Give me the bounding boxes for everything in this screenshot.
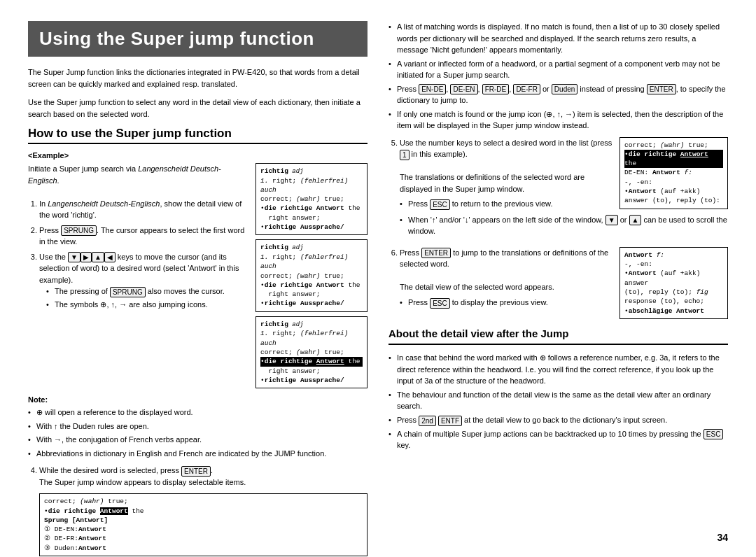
note-bullet-2: With ↑ the Duden rules are open. <box>28 421 368 432</box>
de-en-key: DE-EN <box>450 84 477 94</box>
fr-de-key: FR-DE <box>482 84 510 94</box>
note-bullet-3: With →, the conjugation of French verbs … <box>28 434 368 446</box>
about-heading: About the detail view after the Jump <box>388 326 728 346</box>
step-1: In Langenscheidt Deutsch-Englisch, show … <box>39 198 248 221</box>
up-key: ▲ <box>92 252 104 262</box>
example-intro: Initiate a Super jump search via Langens… <box>28 163 248 186</box>
enter-key: ENTER <box>181 466 211 477</box>
page-container: Using the Super jump function The Super … <box>28 21 728 557</box>
left-column: Using the Super jump function The Super … <box>28 21 368 557</box>
num1-key: 1 <box>400 150 410 160</box>
intro-text-2: Use the Super jump function to select an… <box>28 97 368 120</box>
page-number-container: 34 <box>717 532 728 543</box>
step5-highlight: •die richtige Antwort the <box>624 150 723 169</box>
example-screens: richtig adj 1. right; (fehlerfrei) auch … <box>255 163 368 388</box>
step5-section: correct; (wahr) true; •die richtige Antw… <box>388 137 728 241</box>
step4-section: While the desired word is selected, pres… <box>28 465 368 556</box>
top-bullets: A list of matching words is displayed. I… <box>388 21 728 132</box>
about-bullet-2: The behaviour and function of the detail… <box>388 389 728 412</box>
step4-list: While the desired word is selected, pres… <box>28 465 368 488</box>
enter-key3: ENTER <box>421 248 451 258</box>
step6-block: Antwort f: -, -en: •Antwort (auf +akk) a… <box>388 247 728 319</box>
top-bullet-2: A variant or inflected form of a headwor… <box>388 58 728 81</box>
example-label: <Example> <box>28 151 368 160</box>
step-4: While the desired word is selected, pres… <box>39 465 368 488</box>
de-fr-key: DE-FR <box>513 84 540 94</box>
about-bullets: In case that behind the word marked with… <box>388 352 728 451</box>
step5-b2: When '↑' and/or '↓' appears on the left … <box>400 214 728 237</box>
page-number: 34 <box>717 532 728 543</box>
jump-symbols: ⊕, ↑, → <box>100 300 127 309</box>
step5-block: correct; (wahr) true; •die richtige Antw… <box>388 137 728 241</box>
screen-3: richtig adj 1. right; (fehlerfrei) auch … <box>255 316 368 388</box>
about-bullet-4: A chain of multiple Super jump actions c… <box>388 428 728 451</box>
intro-text-1: The Super Jump function links the dictio… <box>28 66 368 90</box>
step6-bullets: Press ESC to display the previous view. <box>400 297 728 309</box>
screen-1: richtig adj 1. right; (fehlerfrei) auch … <box>255 163 368 235</box>
sprung-key: SPRUNG <box>61 225 97 236</box>
duden-key: Duden <box>552 84 578 94</box>
top-bullet-3: Press EN-DE, DE-EN, FR-DE, DE-FR or Dude… <box>388 83 728 106</box>
screen-2: richtig adj 1. right; (fehlerfrei) auch … <box>255 239 368 311</box>
step3-sub1: The pressing of SPRUNG also moves the cu… <box>46 285 248 297</box>
sub-screen: correct; (wahr) true; •die richtige Antw… <box>39 493 368 556</box>
section1-heading: How to use the Super jump function <box>28 127 368 144</box>
step6-sub1: The detail view of the selected word app… <box>400 283 554 291</box>
enter-key2: ENTER <box>647 84 676 94</box>
esc-key: ESC <box>430 199 450 210</box>
left-key: ◀ <box>104 252 115 262</box>
note-bullets: ⊕ will open a reference to the displayed… <box>28 407 368 459</box>
note-section: Note: ⊕ will open a reference to the dis… <box>28 395 368 459</box>
sprung-key2: SPRUNG <box>110 287 146 297</box>
step5-b1: Press ESC to return to the previous view… <box>400 198 728 210</box>
step3-sub2: The symbols ⊕, ↑, → are also jumping ico… <box>46 299 248 311</box>
screen3-highlight: •die richtige Antwort the <box>260 357 363 366</box>
up-key2: ▲ <box>629 215 642 225</box>
note-bullet-4: Abbreviations in dictionary in English a… <box>28 448 368 460</box>
entf-key: ENTF <box>438 416 462 426</box>
step4-sub: The Super jump window appears to display… <box>39 478 246 486</box>
step6-b1: Press ESC to display the previous view. <box>400 297 728 309</box>
esc-key2: ESC <box>430 298 450 309</box>
step-3: Use the ▼▶▲◀ keys to move the cursor (an… <box>39 251 248 311</box>
en-de-key: EN-DE <box>419 84 446 94</box>
note-label: Note: <box>28 395 368 404</box>
esc-key3: ESC <box>704 429 724 439</box>
step3-subbullets: The pressing of SPRUNG also moves the cu… <box>46 285 248 310</box>
about-bullet-3: Press 2nd ENTF at the detail view to go … <box>388 414 728 426</box>
top-bullet-4: If only one match is found or the jump i… <box>388 108 728 132</box>
sub-screen-container: correct; (wahr) true; •die richtige Antw… <box>39 493 368 556</box>
page-title: Using the Super jump function <box>28 21 368 57</box>
steps-list: In Langenscheidt Deutsch-Englisch, show … <box>28 198 248 311</box>
step5-bullets: Press ESC to return to the previous view… <box>400 198 728 237</box>
example-text: Initiate a Super jump search via Langens… <box>28 163 248 388</box>
example-block: Initiate a Super jump search via Langens… <box>28 163 368 388</box>
step5-sub1: The translations or definitions of the s… <box>400 173 584 193</box>
step6-section: Antwort f: -, -en: •Antwort (auf +akk) a… <box>388 247 728 319</box>
down-key: ▼ <box>68 252 80 262</box>
note-bullet-1: ⊕ will open a reference to the displayed… <box>28 407 368 418</box>
about-bullet-1: In case that behind the word marked with… <box>388 352 728 387</box>
down-key2: ▼ <box>606 215 618 225</box>
top-bullet-1: A list of matching words is displayed. I… <box>388 21 728 56</box>
right-column: A list of matching words is displayed. I… <box>388 21 728 557</box>
2nd-key: 2nd <box>419 416 436 426</box>
antwort-highlight: Antwort <box>100 507 128 515</box>
right-key: ▶ <box>80 252 92 262</box>
step-2: Press SPRUNG. The cursor appears to sele… <box>39 225 248 248</box>
